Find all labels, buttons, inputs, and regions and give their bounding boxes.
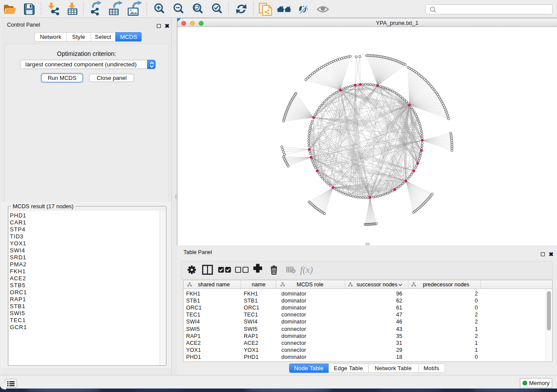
svg-text:f(x): f(x): [300, 265, 313, 275]
